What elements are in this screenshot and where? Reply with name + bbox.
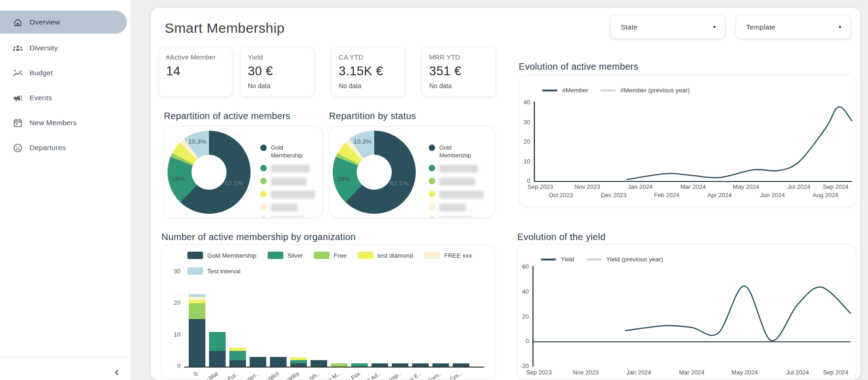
- y-axis-tick: 10: [162, 331, 180, 338]
- megaphone-icon: [12, 93, 23, 103]
- kpi-label: Yield: [248, 54, 314, 61]
- redacted-legend-label: [439, 204, 466, 211]
- sidebar-item-diversity[interactable]: Diversity: [0, 36, 127, 60]
- y-axis-tick: 30: [519, 119, 530, 126]
- redacted-legend-label: [439, 217, 473, 218]
- donut-legend-item[interactable]: [429, 164, 484, 173]
- y-axis-tick: 20: [162, 299, 180, 306]
- x-axis-tick: Apr 2024: [701, 192, 738, 199]
- donut-slice-label: 10.3%: [353, 138, 371, 145]
- x-axis-tick: Nov 2023: [568, 369, 605, 376]
- kpi-label: CA YTD: [339, 54, 405, 61]
- legend-dot: [260, 217, 267, 218]
- kpi-mrr-ytd: MRR YTD 351 € No data: [422, 48, 495, 97]
- donut-legend-item[interactable]: [429, 203, 484, 211]
- kpi-label: #Active Member: [166, 54, 232, 61]
- kpi-value: 30 €: [248, 64, 314, 78]
- sidebar-item-new-members[interactable]: New Members: [0, 111, 127, 134]
- kpi-active-members: #Active Member 14: [159, 48, 232, 97]
- kpi-value: 14: [166, 64, 232, 78]
- donut-slice-label: 62.1%: [225, 180, 243, 187]
- sad-face-icon: [12, 143, 23, 153]
- main-content: Smart Membership State ▾ Template ▾ #Act…: [151, 8, 860, 380]
- home-icon: [12, 17, 23, 28]
- bar-segment: [290, 357, 307, 361]
- donut-legend-item[interactable]: Gold Membership: [260, 144, 315, 160]
- redacted-legend-label: [271, 165, 310, 173]
- bar-category-label: 0: [162, 370, 199, 380]
- donut-slice-label: 62.1%: [390, 180, 408, 187]
- state-dropdown[interactable]: State ▾: [611, 15, 725, 38]
- redacted-legend-label: [439, 178, 475, 186]
- x-axis-tick: Sep 2024: [817, 369, 854, 376]
- bar-segment: [270, 357, 287, 367]
- line-chart-card-yield: Yield Yield (previous year) 6040200-20Se…: [517, 244, 856, 380]
- bar-segment: [229, 348, 246, 351]
- sidebar-item-budget[interactable]: Budget: [0, 61, 127, 84]
- kpi-value: 351 €: [429, 64, 495, 78]
- legend-dot: [429, 204, 435, 210]
- y-axis-tick: 10: [519, 158, 530, 165]
- y-axis-tick: 40: [519, 99, 530, 106]
- y-axis-tick: 20: [519, 138, 530, 145]
- redacted-legend-label: [271, 204, 298, 211]
- donut-legend-item[interactable]: [429, 177, 484, 186]
- donut-legend-item[interactable]: [260, 216, 315, 218]
- bar-segment: [371, 363, 388, 367]
- bar-segment: [290, 363, 307, 367]
- donut-legend-item[interactable]: [260, 177, 315, 186]
- donut-ring: 62.1%19%10.3%: [333, 131, 416, 214]
- sidebar-item-departures[interactable]: Departures: [0, 136, 127, 159]
- y-axis-tick: 30: [162, 268, 180, 275]
- bar-segment: [290, 360, 307, 363]
- sidebar-item-events[interactable]: Events: [0, 86, 127, 109]
- template-dropdown[interactable]: Template ▾: [736, 15, 850, 38]
- bar-segment: [412, 363, 429, 367]
- line-plot-members: 403020100Sep 2023Oct 2023Nov 2023Dec 202…: [519, 75, 856, 206]
- x-axis-tick: Sep 2023: [522, 183, 559, 190]
- kpi-label: MRR YTD: [429, 54, 495, 61]
- bar-segment: [331, 363, 347, 367]
- redacted-legend-label: [271, 217, 304, 218]
- x-axis-tick: Mar 2024: [675, 183, 712, 190]
- donut-legend-item[interactable]: Gold Membership: [429, 144, 484, 160]
- donut-legend-item[interactable]: [429, 216, 484, 218]
- groups-icon: [12, 43, 23, 54]
- bar-segment: [189, 303, 205, 319]
- trend-icon: [12, 68, 23, 78]
- legend-dot: [429, 145, 435, 151]
- x-axis-tick: Nov 2023: [569, 183, 606, 190]
- legend-dot: [260, 204, 267, 210]
- donut-legend-item[interactable]: [429, 190, 484, 199]
- donut-slice-label: 19%: [172, 175, 185, 182]
- bar-segment: [229, 351, 246, 361]
- donut-legend-item[interactable]: [260, 203, 315, 211]
- x-axis-tick: Dec 2023: [595, 192, 632, 199]
- legend-dot: [429, 217, 435, 218]
- x-axis-tick: Mar 2024: [673, 369, 710, 376]
- sidebar-item-overview[interactable]: Overview: [0, 11, 127, 34]
- x-axis-tick: Oct 2023: [542, 192, 579, 199]
- donut-legend-item[interactable]: [260, 164, 315, 173]
- sidebar-item-label: Events: [30, 94, 52, 102]
- redacted-legend-label: [439, 165, 478, 173]
- y-axis-tick: 60: [518, 263, 529, 270]
- kpi-note: No data: [429, 82, 495, 90]
- y-axis-tick: 0: [162, 362, 180, 369]
- donut-legend-item[interactable]: [260, 190, 315, 199]
- dashboard-app: Overview Diversity Budget: [0, 0, 868, 380]
- sidebar-collapse-button[interactable]: ‹: [109, 364, 125, 379]
- x-axis-tick: Jan 2024: [622, 183, 658, 190]
- sidebar-item-label: Overview: [30, 18, 60, 26]
- y-axis-tick: 20: [518, 313, 529, 320]
- redacted-legend-label: [271, 191, 315, 199]
- chevron-down-icon: ▾: [713, 24, 716, 30]
- donut-legend: Gold Membership: [429, 144, 484, 218]
- chevron-down-icon: ▾: [838, 24, 841, 30]
- legend-label: Gold Membership: [271, 144, 311, 160]
- donut-slice-label: 19%: [337, 175, 350, 182]
- x-axis-tick: Jul 2024: [780, 183, 817, 190]
- bar-segment: [189, 300, 205, 303]
- y-axis-tick: -20: [518, 362, 529, 369]
- template-dropdown-label: Template: [746, 23, 775, 31]
